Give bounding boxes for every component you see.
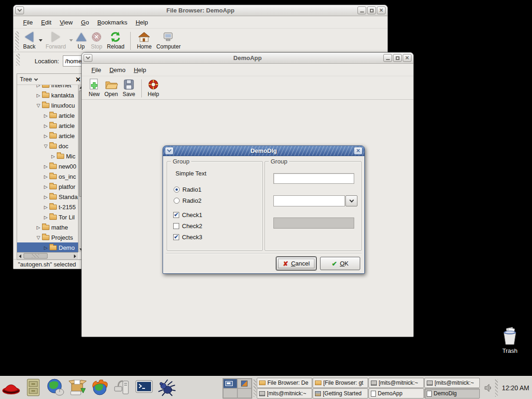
expander-icon[interactable]: ▷ (36, 85, 41, 88)
tree-row[interactable]: ▷t-2155 (17, 202, 78, 212)
bug-report-launcher[interactable] (156, 377, 176, 398)
menu-file[interactable]: File (19, 17, 37, 28)
hardware-config-launcher[interactable] (112, 377, 132, 398)
scroll-right-icon[interactable] (74, 254, 76, 258)
menu-help[interactable]: Help (130, 65, 151, 75)
tree-row[interactable]: ▷article (17, 131, 78, 141)
radio-unselected-icon[interactable] (174, 198, 180, 204)
tree-row[interactable]: ▷internet (17, 85, 78, 90)
volume-control[interactable] (484, 384, 492, 392)
workspace-switcher[interactable] (223, 378, 252, 399)
tree-row[interactable]: ▷article (17, 110, 78, 121)
open-button[interactable]: Open (102, 78, 120, 98)
horizontal-scroll-thumb[interactable] (24, 253, 48, 259)
close-button[interactable]: ✕ (354, 147, 363, 155)
computer-button[interactable]: Computer (154, 30, 183, 51)
tree-row[interactable]: ▷Tor Lil (17, 212, 78, 222)
minimize-button[interactable] (383, 54, 392, 62)
combo-field[interactable] (273, 195, 345, 206)
text-input[interactable] (273, 173, 354, 184)
menu-bookmarks[interactable]: Bookmarks (93, 17, 132, 28)
minimize-button[interactable] (357, 6, 366, 14)
up-button[interactable]: Up (74, 30, 89, 51)
expander-icon[interactable]: ▷ (43, 205, 48, 210)
toolbar-drag-handle[interactable] (15, 31, 19, 50)
back-button[interactable]: Back (21, 30, 38, 51)
forward-dropdown-arrow[interactable] (69, 39, 73, 42)
tree-row[interactable]: ▷Standa (17, 192, 78, 202)
scroll-left-icon[interactable] (19, 254, 21, 258)
checkbox-unchecked-icon[interactable] (173, 223, 179, 229)
expander-icon[interactable]: ▷ (43, 245, 48, 250)
chevron-down-icon[interactable] (34, 77, 38, 80)
back-dropdown-arrow[interactable] (39, 39, 42, 42)
workspace-4[interactable] (237, 388, 252, 398)
expander-icon[interactable]: ▷ (43, 113, 48, 118)
save-button[interactable]: Save (120, 78, 137, 98)
task-file-browser-2[interactable]: [File Browser: gt (313, 378, 368, 388)
new-button[interactable]: New (86, 78, 102, 98)
close-button[interactable]: ✕ (403, 54, 411, 62)
workspace-1-active[interactable] (223, 379, 237, 388)
checkbox-checked-icon[interactable]: ✔ (173, 234, 179, 240)
check2-option[interactable]: Check2 (173, 223, 202, 230)
tree-row[interactable]: ▷new00 (17, 161, 78, 171)
demoapp-titlebar[interactable]: DemoApp ✕ (82, 53, 413, 64)
radio-selected-icon[interactable] (174, 187, 180, 193)
task-file-browser[interactable]: File Browser: De (257, 378, 312, 388)
expander-icon[interactable]: ▷ (43, 215, 48, 220)
tree-row[interactable]: ▷platfor (17, 181, 78, 192)
sidebar-close-icon[interactable]: ✕ (75, 76, 81, 83)
panel-drag-handle[interactable] (495, 379, 498, 397)
menu-demo[interactable]: Demo (105, 65, 130, 75)
expander-icon[interactable]: ▷ (36, 225, 41, 230)
tree-row[interactable]: ▽Projects (17, 232, 78, 242)
forward-button[interactable]: Forward (43, 30, 68, 51)
task-demodlg[interactable]: DemoDlg (424, 388, 480, 399)
web-browser-flame-launcher[interactable] (90, 377, 110, 398)
expander-icon[interactable]: ▷ (43, 133, 48, 139)
menu-edit[interactable]: Edit (37, 17, 55, 28)
workspace-3[interactable] (223, 388, 237, 398)
file-manager-launcher[interactable] (23, 377, 43, 398)
expander-icon[interactable]: ▷ (43, 174, 48, 179)
radio1-option[interactable]: Radio1 (174, 186, 201, 193)
radio2-option[interactable]: Radio2 (174, 197, 201, 204)
package-installer-launcher[interactable] (67, 377, 88, 398)
expander-icon[interactable]: ▽ (43, 144, 48, 149)
maximize-button[interactable] (393, 54, 402, 62)
check3-option[interactable]: ✔ Check3 (173, 234, 202, 241)
tree-row-selected[interactable]: ▷Demo (17, 242, 78, 252)
expander-icon[interactable]: ▷ (43, 194, 48, 200)
home-button[interactable]: Home (134, 30, 154, 51)
combo-dropdown-button[interactable] (345, 195, 357, 206)
task-demoapp[interactable]: DemoApp (369, 388, 424, 399)
menu-help[interactable]: Help (132, 17, 152, 28)
close-button[interactable]: ✕ (377, 6, 386, 14)
task-terminal-2[interactable]: [mits@mitnick:~ (424, 378, 480, 388)
check1-option[interactable]: ✔ Check1 (173, 212, 202, 218)
help-button[interactable]: Help (145, 78, 162, 98)
menu-view[interactable]: View (55, 17, 77, 28)
demodlg-titlebar[interactable]: DemoDlg ✕ (163, 146, 364, 156)
trash-shortcut[interactable]: Trash (497, 327, 523, 354)
workspace-2[interactable] (237, 379, 252, 388)
file-browser-titlebar[interactable]: File Browser: DemoApp ✕ (13, 5, 387, 16)
expander-icon[interactable]: ▽ (36, 103, 41, 108)
web-browser-launcher[interactable] (45, 377, 66, 398)
expander-icon[interactable]: ▽ (36, 235, 41, 240)
tree-row[interactable]: ▷mathe (17, 222, 78, 232)
tree-horizontal-scrollbar[interactable] (17, 252, 78, 260)
expander-icon[interactable]: ▷ (50, 154, 56, 159)
main-menu-button[interactable] (1, 377, 21, 398)
expander-icon[interactable]: ▷ (43, 184, 48, 189)
sidebar-header-label[interactable]: Tree (20, 76, 32, 83)
task-terminal-1[interactable]: [mits@mitnick:~ (369, 378, 424, 388)
menu-file[interactable]: File (87, 65, 105, 75)
tree-row[interactable]: ▽linuxfocu (17, 100, 78, 110)
terminal-launcher[interactable] (134, 377, 154, 398)
menu-go[interactable]: Go (77, 17, 93, 28)
checkbox-checked-icon[interactable]: ✔ (173, 212, 179, 218)
expander-icon[interactable]: ▷ (43, 164, 48, 169)
task-getting-started[interactable]: [Getting Started (313, 388, 368, 399)
